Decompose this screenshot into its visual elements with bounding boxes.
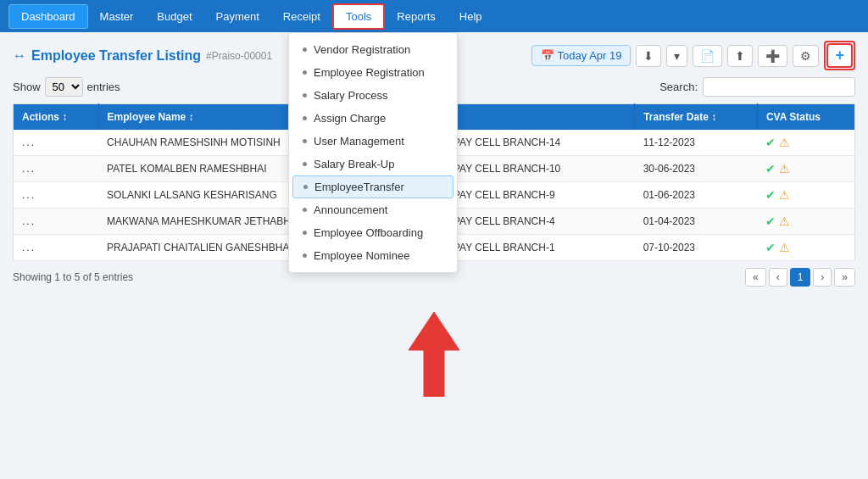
cva-status-cell: ✔ ⚠ bbox=[757, 156, 854, 182]
nav-item-help[interactable]: Help bbox=[448, 5, 494, 28]
dot-icon bbox=[303, 47, 307, 52]
dropdown-item-assign-charge[interactable]: Assign Charge bbox=[289, 107, 457, 130]
dot-icon bbox=[303, 208, 307, 212]
check-icon: ✔ bbox=[765, 241, 776, 254]
add-icon-button[interactable]: ➕ bbox=[758, 45, 787, 67]
settings-button[interactable]: ⚙ bbox=[793, 45, 819, 67]
col-cva-status[interactable]: CVA Status bbox=[757, 104, 854, 131]
check-icon: ✔ bbox=[765, 188, 776, 202]
check-icon: ✔ bbox=[765, 162, 776, 175]
dropdown-item-nominee[interactable]: Employee Nominee bbox=[289, 244, 457, 267]
dropdown-arrow-button[interactable]: ▾ bbox=[666, 45, 687, 67]
nav-item-master[interactable]: Master bbox=[88, 5, 146, 28]
dropdown-item-employee-transfer[interactable]: EmployeeTransfer bbox=[292, 175, 453, 198]
check-icon: ✔ bbox=[765, 136, 776, 149]
warn-icon: ⚠ bbox=[779, 188, 790, 202]
nav-item-receipt[interactable]: Receipt bbox=[271, 5, 332, 28]
dot-icon bbox=[303, 93, 307, 97]
transfer-icon: ↔ bbox=[13, 48, 26, 64]
dot-icon bbox=[303, 231, 307, 235]
dropdown-item-employee-reg[interactable]: Employee Registration bbox=[289, 61, 457, 84]
page-last[interactable]: » bbox=[834, 268, 855, 287]
new-record-button[interactable]: + bbox=[826, 43, 853, 68]
nav-item-dashboard[interactable]: Dashboard bbox=[8, 4, 88, 29]
dot-icon bbox=[303, 139, 307, 143]
actions-cell[interactable]: ... bbox=[14, 156, 99, 182]
check-icon: ✔ bbox=[765, 214, 776, 228]
actions-cell[interactable]: ... bbox=[14, 209, 99, 235]
dropdown-item-offboarding[interactable]: Employee Offboarding bbox=[289, 221, 457, 244]
dropdown-item-salary-breakup[interactable]: Salary Break-Up bbox=[289, 153, 457, 175]
file-button[interactable]: 📄 bbox=[693, 45, 722, 67]
entries-select[interactable]: 50 25 10 bbox=[45, 77, 83, 97]
actions-cell[interactable]: ... bbox=[14, 130, 99, 156]
download-button[interactable]: ⬇ bbox=[636, 45, 661, 67]
nav-item-tools[interactable]: Tools bbox=[332, 3, 385, 30]
calendar-icon: 📅 bbox=[541, 49, 554, 62]
dot-icon bbox=[303, 70, 307, 75]
col-actions[interactable]: Actions ↕ bbox=[14, 104, 99, 131]
warn-icon: ⚠ bbox=[779, 162, 790, 175]
dropdown-item-announcement[interactable]: Announcement bbox=[289, 198, 457, 221]
dropdown-item-user-mgmt[interactable]: User Management bbox=[289, 130, 457, 153]
page-subtitle: #Praiso-00001 bbox=[206, 50, 272, 62]
dropdown-item-salary-process[interactable]: Salary Process bbox=[289, 84, 457, 107]
dot-icon bbox=[303, 162, 307, 166]
transfer-date-cell: 01-04-2023 bbox=[635, 209, 758, 235]
dot-icon bbox=[303, 116, 307, 120]
nav-item-reports[interactable]: Reports bbox=[385, 5, 448, 28]
dropdown-item-vendor[interactable]: Vendor Registration bbox=[289, 38, 457, 61]
transfer-date-cell: 01-06-2023 bbox=[635, 182, 758, 209]
up-arrow-svg bbox=[400, 312, 468, 397]
show-label: Show bbox=[13, 81, 41, 93]
warn-icon: ⚠ bbox=[779, 136, 790, 149]
transfer-date-cell: 07-10-2023 bbox=[635, 235, 758, 261]
actions-cell[interactable]: ... bbox=[14, 235, 99, 261]
cva-status-cell: ✔ ⚠ bbox=[757, 235, 854, 261]
showing-text: Showing 1 to 5 of 5 entries bbox=[13, 271, 133, 283]
page-first[interactable]: « bbox=[745, 268, 766, 287]
pagination: « ‹ 1 › » bbox=[745, 268, 855, 287]
warn-icon: ⚠ bbox=[779, 241, 790, 254]
page-1[interactable]: 1 bbox=[790, 268, 811, 287]
tools-dropdown: Vendor Registration Employee Registratio… bbox=[288, 32, 458, 273]
page-next[interactable]: › bbox=[813, 268, 832, 287]
upload-button[interactable]: ⬆ bbox=[727, 45, 753, 67]
dot-icon bbox=[303, 185, 308, 189]
actions-cell[interactable]: ... bbox=[14, 182, 99, 209]
svg-marker-0 bbox=[409, 312, 459, 397]
dot-icon bbox=[303, 253, 307, 258]
cva-status-cell: ✔ ⚠ bbox=[757, 182, 854, 209]
arrow-annotation bbox=[13, 312, 855, 397]
nav-item-payment[interactable]: Payment bbox=[204, 5, 271, 28]
entries-label: entries bbox=[87, 81, 120, 93]
navbar: Dashboard Master Budget Payment Receipt … bbox=[0, 0, 868, 32]
search-label: Search: bbox=[659, 81, 698, 93]
cva-status-cell: ✔ ⚠ bbox=[757, 209, 854, 235]
col-transfer-date[interactable]: Transfer Date ↕ bbox=[635, 104, 758, 131]
page-title: Employee Transfer Listing bbox=[31, 48, 201, 64]
cva-status-cell: ✔ ⚠ bbox=[757, 130, 854, 156]
warn-icon: ⚠ bbox=[779, 214, 790, 228]
nav-item-budget[interactable]: Budget bbox=[145, 5, 203, 28]
transfer-date-cell: 30-06-2023 bbox=[635, 156, 758, 182]
page-prev[interactable]: ‹ bbox=[769, 268, 787, 287]
transfer-date-cell: 11-12-2023 bbox=[635, 130, 758, 156]
date-button[interactable]: 📅 Today Apr 19 bbox=[531, 45, 632, 66]
search-input[interactable] bbox=[703, 77, 855, 97]
